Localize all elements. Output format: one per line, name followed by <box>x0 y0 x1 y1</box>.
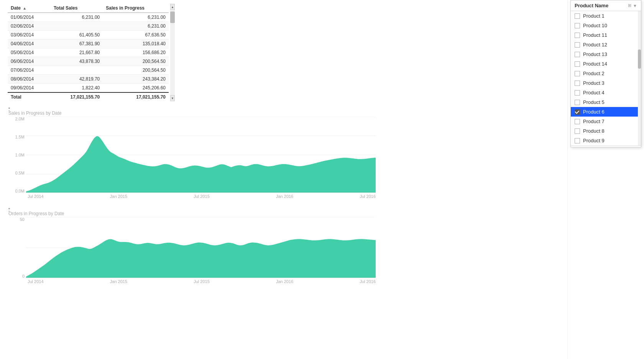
filter-item-product-10[interactable]: Product 10 <box>571 21 638 30</box>
cell-sales-in-progress: 6,231.00 <box>103 13 169 22</box>
filter-checkbox[interactable] <box>575 128 580 134</box>
cell-sales-in-progress: 67,636.50 <box>103 31 169 40</box>
filter-item-product-1[interactable]: Product 1 <box>571 11 638 21</box>
filter-list-wrapper: Product 1Product 10Product 11Product 12P… <box>571 11 641 145</box>
filter-item-product-5[interactable]: Product 5 <box>571 97 638 107</box>
filter-checkbox[interactable] <box>575 61 580 67</box>
filter-item-product-7[interactable]: Product 7 <box>571 117 638 126</box>
chart1-title: Sales in Progress by Date <box>8 110 560 116</box>
table-row: 02/06/2014 6,231.00 <box>8 22 169 31</box>
table-row: 04/06/2014 67,381.90 135,018.40 <box>8 40 169 48</box>
chart2-wrapper: 50 0 Jul 2014 Jan 2 <box>8 217 376 284</box>
filter-item-product-9[interactable]: Product 9 <box>571 136 638 145</box>
filter-product-label: Product 12 <box>583 42 607 48</box>
filter-sort-icon[interactable]: ⊞ <box>628 3 631 8</box>
cell-date: 06/06/2014 <box>8 57 51 66</box>
filter-checkbox[interactable] <box>575 100 580 105</box>
filter-product-label: Product 13 <box>583 51 607 57</box>
cell-sales-in-progress: 135,018.40 <box>103 40 169 48</box>
cell-total-sales: 42,819.70 <box>51 75 103 84</box>
filter-item-product-8[interactable]: Product 8 <box>571 126 638 136</box>
filter-product-label: Product 4 <box>583 90 605 96</box>
orders-chart-section: · Orders in Progress by Date 50 0 <box>8 208 560 284</box>
filter-checkbox[interactable] <box>575 33 580 38</box>
filter-checkbox[interactable] <box>575 42 580 48</box>
filter-item-product-6[interactable]: Product 6 <box>571 107 638 117</box>
chart1-x-axis: Jul 2014 Jan 2015 Jul 2015 Jan 2016 Jul … <box>8 194 376 199</box>
filter-checkbox[interactable] <box>575 71 580 76</box>
filter-scrollbar-thumb <box>638 49 641 69</box>
filter-product-label: Product 3 <box>583 80 605 86</box>
sales-chart-section: · Sales in Progress by Date 2.0M 1.5M 1.… <box>8 107 560 199</box>
cell-total-sales <box>51 22 103 31</box>
filter-bottom <box>571 145 641 147</box>
table-scroll-down[interactable]: ▼ <box>170 95 175 101</box>
table-row: 06/06/2014 43,878.30 200,564.50 <box>8 57 169 66</box>
filter-item-product-2[interactable]: Product 2 <box>571 69 638 78</box>
filter-checkbox[interactable] <box>575 90 580 96</box>
filter-checkbox[interactable] <box>575 138 580 143</box>
filter-dropdown: Product Name ⊞ ▼ Product 1Product 10Prod… <box>570 0 641 147</box>
filter-checkbox[interactable] <box>575 23 580 28</box>
cell-sales-in-progress: 245,206.60 <box>103 84 169 93</box>
filter-product-label: Product 2 <box>583 71 605 76</box>
table-row: 09/06/2014 1,822.40 245,206.60 <box>8 84 169 93</box>
cell-total-sales: 1,822.40 <box>51 84 103 93</box>
filter-title: Product Name <box>575 3 608 8</box>
filter-checkbox[interactable] <box>575 81 580 86</box>
cell-total-sales: 21,667.80 <box>51 48 103 57</box>
filter-product-label: Product 1 <box>583 13 605 19</box>
date-column-header[interactable]: Date ▲ <box>8 4 51 13</box>
cell-sales-in-progress: 156,686.20 <box>103 48 169 57</box>
cell-date: 09/06/2014 <box>8 84 51 93</box>
filter-checkbox[interactable] <box>575 119 580 124</box>
chart2-svg <box>26 217 376 278</box>
filter-item-product-12[interactable]: Product 12 <box>571 40 638 49</box>
cell-total-sales: 43,878.30 <box>51 57 103 66</box>
filter-scrollbar-track <box>638 11 641 145</box>
table-row: 05/06/2014 21,667.80 156,686.20 <box>8 48 169 57</box>
right-panel: Product Name ⊞ ▼ Product 1Product 10Prod… <box>567 0 644 359</box>
filter-product-label: Product 5 <box>583 99 605 105</box>
cell-sales-in-progress: 200,564.50 <box>103 57 169 66</box>
table-row: 03/06/2014 61,405.50 67,636.50 <box>8 31 169 40</box>
filter-item-product-4[interactable]: Product 4 <box>571 88 638 97</box>
filter-product-label: Product 7 <box>583 119 605 124</box>
filter-item-product-14[interactable]: Product 14 <box>571 59 638 69</box>
cell-date: 01/06/2014 <box>8 13 51 22</box>
filter-checkbox[interactable] <box>575 13 580 19</box>
filter-checkbox[interactable] <box>575 52 580 57</box>
total-label: Total <box>8 92 51 101</box>
cell-date: 03/06/2014 <box>8 31 51 40</box>
chart1-svg <box>26 117 376 193</box>
table-row: 07/06/2014 200,564.50 <box>8 66 169 75</box>
chart1-dot: · <box>8 107 10 109</box>
total-sales-column-header[interactable]: Total Sales <box>51 4 103 13</box>
filter-chevron-icon[interactable]: ▼ <box>633 3 637 8</box>
cell-sales-in-progress: 200,564.50 <box>103 66 169 75</box>
grand-total-sales: 17,021,155.70 <box>51 92 103 101</box>
chart1-wrapper: 2.0M 1.5M 1.0M 0.5M 0.0M <box>8 117 376 199</box>
cell-date: 08/06/2014 <box>8 75 51 84</box>
total-row: Total 17,021,155.70 17,021,155.70 <box>8 92 169 101</box>
table-scroll-up[interactable]: ▲ <box>170 4 175 10</box>
chart2-y-axis: 50 0 <box>8 217 26 278</box>
filter-product-label: Product 8 <box>583 128 605 134</box>
filter-list: Product 1Product 10Product 11Product 12P… <box>571 11 638 145</box>
filter-item-product-13[interactable]: Product 13 <box>571 49 638 59</box>
filter-product-label: Product 9 <box>583 138 605 143</box>
sales-table: Date ▲ Total Sales Sales in Progress <box>8 4 169 101</box>
filter-product-label: Product 6 <box>583 109 605 115</box>
chart2-dot: · <box>8 208 10 209</box>
filter-item-product-3[interactable]: Product 3 <box>571 78 638 88</box>
chart1-y-axis: 2.0M 1.5M 1.0M 0.5M 0.0M <box>8 117 26 193</box>
filter-product-label: Product 11 <box>583 32 607 38</box>
cell-total-sales: 61,405.50 <box>51 31 103 40</box>
filter-item-product-11[interactable]: Product 11 <box>571 30 638 40</box>
cell-total-sales: 67,381.90 <box>51 40 103 48</box>
sales-in-progress-column-header[interactable]: Sales in Progress <box>103 4 169 13</box>
filter-checkbox[interactable] <box>575 109 580 115</box>
sort-arrow-date: ▲ <box>23 6 26 10</box>
table-scrollbar-thumb <box>170 12 175 23</box>
filter-dropdown-container: Product Name ⊞ ▼ Product 1Product 10Prod… <box>568 0 644 147</box>
